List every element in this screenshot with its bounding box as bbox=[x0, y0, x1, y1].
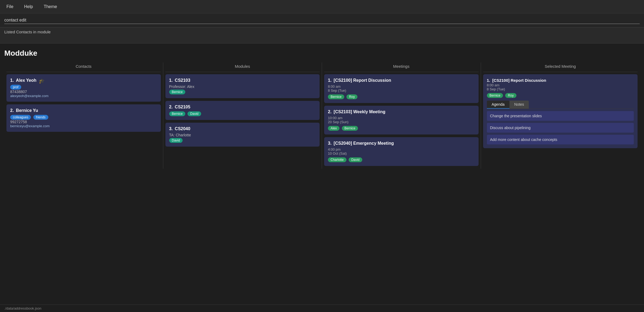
meeting-1-time: 8:00 am bbox=[328, 84, 475, 88]
contact-1-tag-prof: prof bbox=[10, 85, 21, 90]
selected-meeting-column: Selected Meeting 1. [CS2100] Report Disc… bbox=[481, 62, 640, 169]
app-title: Modduke bbox=[4, 49, 640, 58]
menu-theme[interactable]: Theme bbox=[42, 3, 59, 10]
meeting-2-title: [CS2103] Weekly Meeting bbox=[334, 109, 385, 114]
contacts-header: Contacts bbox=[6, 62, 161, 72]
modules-column: Modules 1. CS2103 Professor: Alex Bernic… bbox=[163, 62, 322, 169]
meeting-card-1[interactable]: 1. [CS2100] Report Discussion 8:00 am 8 … bbox=[324, 74, 479, 103]
selected-meeting-card: 1. [CS2100] Report Discussion 8:00 am 8 … bbox=[483, 74, 638, 148]
meeting-3-date: 10 Oct (Sat) bbox=[328, 151, 475, 155]
contacts-column: Contacts 1. Alex Yeoh 🎓 prof 87438807 al… bbox=[4, 62, 163, 169]
meeting-tabs: Agenda Notes bbox=[487, 101, 634, 109]
module-2-code: CS2105 bbox=[175, 105, 190, 109]
meeting-3-title: [CS2040] Emergency Meeting bbox=[334, 141, 394, 146]
meeting-2-time: 10:00 am bbox=[328, 116, 475, 120]
status-text: Listed Contacts in module bbox=[4, 30, 51, 34]
selected-meeting-index: 1. bbox=[487, 78, 490, 83]
meeting-1-tag-bernice: Bernice bbox=[328, 94, 344, 99]
module-3-role: TA: Charlotte bbox=[169, 133, 316, 137]
meeting-card-2[interactable]: 2. [CS2103] Weekly Meeting 10:00 am 20 S… bbox=[324, 106, 479, 134]
meeting-2-tag-bernice: Bernice bbox=[342, 126, 358, 131]
tab-notes[interactable]: Notes bbox=[509, 101, 529, 109]
contact-1-phone: 87438807 bbox=[10, 90, 157, 94]
selected-meeting-tag-bernice: Bernice bbox=[487, 93, 503, 98]
meeting-1-index: 1. bbox=[328, 78, 331, 83]
contact-card-1[interactable]: 1. Alex Yeoh 🎓 prof 87438807 alexyeoh@ex… bbox=[6, 74, 161, 102]
modules-header: Modules bbox=[165, 62, 320, 72]
footer-path: ./data/addressbook.json bbox=[4, 306, 41, 310]
meeting-3-tag-charlotte: Charlotte bbox=[328, 157, 346, 162]
module-1-tag-bernice: Bernice bbox=[169, 90, 186, 94]
meeting-3-tag-david: David bbox=[349, 157, 362, 162]
module-2-tag-david: David bbox=[187, 111, 201, 116]
meeting-card-3[interactable]: 3. [CS2040] Emergency Meeting 4:00 pm 10… bbox=[324, 137, 479, 166]
meetings-header: Meetings bbox=[324, 62, 479, 72]
main-content: Modduke Contacts 1. Alex Yeoh 🎓 prof 874… bbox=[0, 44, 644, 171]
meeting-3-index: 3. bbox=[328, 141, 331, 146]
selected-meeting-header: Selected Meeting bbox=[483, 62, 638, 72]
columns-container: Contacts 1. Alex Yeoh 🎓 prof 87438807 al… bbox=[4, 62, 640, 169]
module-card-1[interactable]: 1. CS2103 Professor: Alex Bernice bbox=[165, 74, 320, 98]
command-bar bbox=[0, 13, 644, 27]
contact-1-email: alexyeoh@example.com bbox=[10, 94, 157, 98]
module-2-index: 2. bbox=[169, 105, 173, 109]
command-input[interactable] bbox=[4, 17, 640, 24]
contact-2-phone: 99272758 bbox=[10, 120, 157, 124]
grad-icon: 🎓 bbox=[39, 78, 45, 84]
module-3-tag-david: David bbox=[169, 138, 183, 143]
selected-meeting-time: 8:00 am bbox=[487, 83, 634, 87]
module-3-code: CS2040 bbox=[175, 126, 190, 131]
module-2-tag-bernice: Bernice bbox=[169, 111, 186, 116]
contact-2-tag-friends: friends bbox=[33, 115, 48, 120]
selected-meeting-title: [CS2100] Report Discussion bbox=[492, 78, 546, 83]
meeting-2-date: 20 Sep (Sun) bbox=[328, 120, 475, 124]
menubar: File Help Theme bbox=[0, 0, 644, 13]
contact-card-2[interactable]: 2. Bernice Yu colleagues friends 9927275… bbox=[6, 104, 161, 132]
meeting-2-tag-alex: Alex bbox=[328, 126, 339, 131]
contact-1-index: 1. bbox=[10, 78, 14, 83]
contact-2-tag-colleagues: colleagues bbox=[10, 115, 31, 120]
meeting-1-title: [CS2100] Report Discussion bbox=[334, 78, 391, 83]
footer: ./data/addressbook.json bbox=[0, 304, 644, 312]
selected-meeting-date: 8 Sep (Tue) bbox=[487, 87, 634, 91]
module-3-index: 3. bbox=[169, 126, 173, 131]
contact-2-index: 2. bbox=[10, 108, 14, 113]
contact-1-name: Alex Yeoh bbox=[16, 78, 36, 83]
meeting-3-time: 4:00 pm bbox=[328, 147, 475, 151]
contact-2-name: Bernice Yu bbox=[16, 108, 38, 113]
agenda-item-1: Change the presentation slides bbox=[487, 111, 634, 121]
menu-file[interactable]: File bbox=[4, 3, 16, 10]
meetings-column: Meetings 1. [CS2100] Report Discussion 8… bbox=[322, 62, 481, 169]
meeting-1-date: 8 Sep (Tue) bbox=[328, 88, 475, 93]
meeting-1-tag-roy: Roy bbox=[346, 94, 357, 99]
module-1-code: CS2103 bbox=[175, 78, 190, 83]
agenda-item-2: Discuss about pipelining bbox=[487, 123, 634, 133]
selected-meeting-tag-roy: Roy bbox=[505, 93, 516, 98]
module-card-2[interactable]: 2. CS2105 Bernice David bbox=[165, 101, 320, 120]
module-card-3[interactable]: 3. CS2040 TA: Charlotte David bbox=[165, 123, 320, 147]
status-bar: Listed Contacts in module bbox=[0, 27, 644, 44]
module-1-role: Professor: Alex bbox=[169, 84, 316, 89]
module-1-index: 1. bbox=[169, 78, 173, 83]
agenda-item-3: Add more content about cache concepts bbox=[487, 135, 634, 144]
menu-help[interactable]: Help bbox=[22, 3, 35, 10]
tab-agenda[interactable]: Agenda bbox=[487, 101, 509, 109]
contact-2-email: berniceyu@example.com bbox=[10, 124, 157, 128]
meeting-2-index: 2. bbox=[328, 109, 331, 114]
